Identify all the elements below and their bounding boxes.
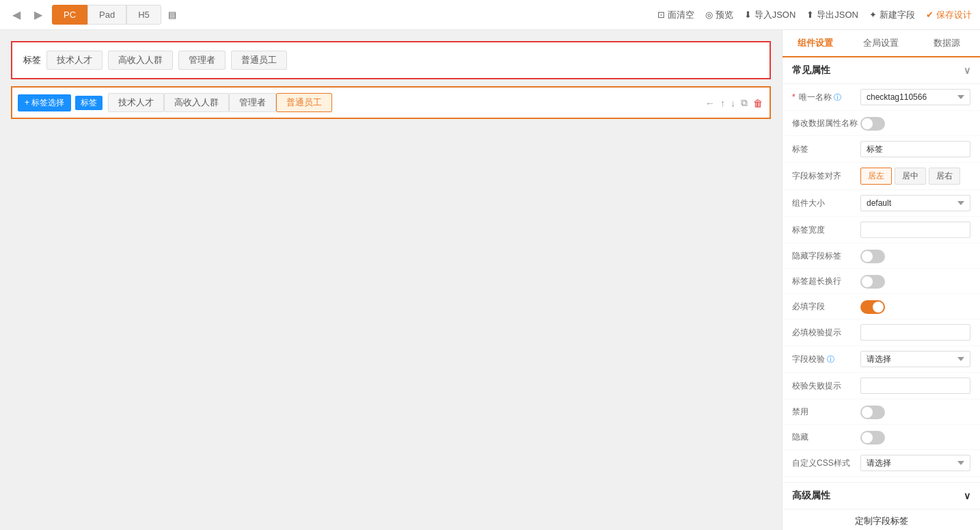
canvas-area: 标签 技术人才 高收入人群 管理者 普通员工 + 标签选择 标签 技术人才 高收… bbox=[0, 30, 782, 530]
custom-css-select[interactable]: 请选择 bbox=[860, 455, 970, 471]
advanced-collapse-icon[interactable]: ∨ bbox=[964, 490, 970, 501]
top-toolbar: ◀ ▶ PC Pad H5 ▤ ⊡ 面清空 ◎ 预览 ⬇ 导入JSON ⬆ 导出… bbox=[0, 0, 980, 30]
toolbar-actions: ⊡ 面清空 ◎ 预览 ⬇ 导入JSON ⬆ 导出JSON ✦ 新建字段 ✔ 保存… bbox=[657, 9, 972, 21]
label-field-label: 标签 bbox=[792, 144, 860, 155]
selected-component: + 标签选择 标签 技术人才 高收入人群 管理者 普通员工 ← ↑ ↓ ⧉ 🗑 bbox=[11, 86, 771, 119]
selected-tag-4[interactable]: 普通员工 bbox=[276, 93, 332, 112]
tab-datasource[interactable]: 数据源 bbox=[914, 30, 980, 56]
move-up-button[interactable]: ↑ bbox=[719, 96, 726, 109]
hidden-label: 隐藏 bbox=[792, 432, 860, 443]
clear-button[interactable]: ⊡ 面清空 bbox=[657, 9, 694, 21]
label-wrap-label: 标签超长换行 bbox=[792, 276, 860, 287]
tab-component-settings[interactable]: 组件设置 bbox=[782, 30, 848, 57]
required-tip-label: 必填校验提示 bbox=[792, 327, 860, 339]
field-validate-select[interactable]: 请选择 bbox=[860, 351, 970, 367]
align-right-button[interactable]: 居右 bbox=[929, 168, 960, 185]
label-wrap-toggle[interactable] bbox=[860, 275, 885, 289]
import-json-button[interactable]: ⬇ 导入JSON bbox=[744, 9, 796, 21]
prop-disabled: 禁用 bbox=[782, 399, 980, 425]
selected-tag-3[interactable]: 管理者 bbox=[229, 93, 276, 112]
tab-global-settings[interactable]: 全局设置 bbox=[848, 30, 914, 56]
unique-name-info-icon[interactable]: ⓘ bbox=[834, 92, 841, 103]
main-layout: 标签 技术人才 高收入人群 管理者 普通员工 + 标签选择 标签 技术人才 高收… bbox=[0, 30, 980, 530]
label-width-label: 标签宽度 bbox=[792, 224, 860, 236]
prop-hidden: 隐藏 bbox=[782, 425, 980, 450]
field-validate-info-icon[interactable]: ⓘ bbox=[827, 354, 834, 365]
modify-attr-toggle[interactable] bbox=[860, 117, 885, 131]
export-json-button[interactable]: ⬆ 导出JSON bbox=[806, 9, 858, 21]
advanced-section-title: 高级属性 bbox=[792, 490, 830, 502]
unique-name-value: checktag110566 bbox=[860, 89, 970, 105]
unique-name-select[interactable]: checktag110566 bbox=[860, 89, 970, 105]
collapse-icon[interactable]: ∨ bbox=[964, 65, 970, 76]
prop-label-align: 字段标签对齐 居左 居中 居右 bbox=[782, 163, 980, 190]
selected-tag-1[interactable]: 技术人才 bbox=[108, 93, 164, 112]
prop-unique-name: * 唯一名称 ⓘ checktag110566 bbox=[782, 84, 980, 111]
align-center-button[interactable]: 居中 bbox=[895, 168, 926, 185]
eye-icon: ◎ bbox=[705, 10, 713, 20]
right-panel-tabs: 组件设置 全局设置 数据源 bbox=[782, 30, 980, 57]
align-left-button[interactable]: 居左 bbox=[860, 168, 892, 185]
required-label: 必填字段 bbox=[792, 301, 860, 313]
hidden-toggle[interactable] bbox=[860, 431, 885, 445]
common-section-title: 常见属性 bbox=[792, 64, 830, 77]
hide-label-label: 隐藏字段标签 bbox=[792, 250, 860, 262]
selected-component-inner: + 标签选择 标签 技术人才 高收入人群 管理者 普通员工 ← ↑ ↓ ⧉ 🗑 bbox=[12, 93, 770, 112]
preview-button[interactable]: ◎ 预览 bbox=[705, 9, 733, 21]
add-tag-button[interactable]: + 标签选择 bbox=[18, 94, 71, 111]
device-tabs: PC Pad H5 bbox=[52, 5, 161, 25]
label-width-input[interactable] bbox=[860, 222, 970, 238]
custom-css-label: 自定义CSS样式 bbox=[792, 458, 860, 469]
preview-tag-1[interactable]: 技术人才 bbox=[46, 51, 103, 70]
right-panel: 组件设置 全局设置 数据源 常见属性 ∨ * 唯一名称 ⓘ checktag11… bbox=[782, 30, 980, 530]
selected-field-label: 标签 bbox=[75, 96, 103, 110]
device-tab-pad[interactable]: Pad bbox=[87, 5, 126, 25]
unique-name-label: * 唯一名称 ⓘ bbox=[792, 92, 860, 103]
component-size-select[interactable]: default bbox=[860, 195, 970, 211]
move-left-button[interactable]: ← bbox=[704, 96, 716, 109]
disabled-label: 禁用 bbox=[792, 406, 860, 418]
export-icon: ⬆ bbox=[806, 10, 814, 20]
import-icon: ⬇ bbox=[744, 10, 752, 20]
label-input[interactable] bbox=[860, 141, 970, 157]
field-validate-label: 字段校验 ⓘ bbox=[792, 354, 860, 365]
prop-component-size: 组件大小 default bbox=[782, 190, 980, 217]
validate-fail-tip-label: 校验失败提示 bbox=[792, 380, 860, 392]
save-button[interactable]: ✔ 保存设计 bbox=[926, 9, 972, 21]
advanced-sub-title: 定制字段标签 bbox=[782, 509, 980, 530]
align-buttons: 居左 居中 居右 bbox=[860, 168, 970, 185]
preview-component: 标签 技术人才 高收入人群 管理者 普通员工 bbox=[11, 41, 771, 79]
prop-required-tip: 必填校验提示 bbox=[782, 319, 980, 346]
common-section-header: 常见属性 ∨ bbox=[782, 57, 980, 84]
required-tip-input[interactable] bbox=[860, 324, 970, 341]
preview-label: 标签 bbox=[23, 54, 41, 66]
device-tab-pc[interactable]: PC bbox=[52, 5, 87, 25]
device-tab-h5[interactable]: H5 bbox=[126, 5, 161, 25]
common-properties-section: 常见属性 ∨ * 唯一名称 ⓘ checktag110566 修改数据属性名称 bbox=[782, 57, 980, 477]
prop-label-wrap: 标签超长换行 bbox=[782, 269, 980, 294]
copy-button[interactable]: ⧉ bbox=[739, 96, 749, 110]
disabled-toggle[interactable] bbox=[860, 406, 885, 419]
prop-label-width: 标签宽度 bbox=[782, 217, 980, 243]
component-actions: ← ↑ ↓ ⧉ 🗑 bbox=[704, 96, 764, 110]
prop-label: 标签 bbox=[782, 136, 980, 163]
prop-custom-css: 自定义CSS样式 请选择 bbox=[782, 450, 980, 477]
preview-tag-2[interactable]: 高收入人群 bbox=[108, 51, 173, 70]
new-field-button[interactable]: ✦ 新建字段 bbox=[869, 9, 915, 21]
preview-tag-3[interactable]: 管理者 bbox=[178, 51, 226, 70]
prop-field-validate: 字段校验 ⓘ 请选择 bbox=[782, 346, 980, 373]
back-button[interactable]: ◀ bbox=[8, 5, 25, 24]
validate-fail-tip-input[interactable] bbox=[860, 377, 970, 394]
label-align-label: 字段标签对齐 bbox=[792, 170, 860, 182]
selected-tag-2[interactable]: 高收入人群 bbox=[164, 93, 229, 112]
required-toggle[interactable] bbox=[860, 300, 885, 314]
hide-label-toggle[interactable] bbox=[860, 250, 885, 263]
component-size-label: 组件大小 bbox=[792, 198, 860, 209]
move-down-button[interactable]: ↓ bbox=[729, 96, 737, 109]
preview-tag-4[interactable]: 普通员工 bbox=[231, 51, 287, 70]
advanced-section-header: 高级属性 ∨ bbox=[782, 482, 980, 509]
forward-button[interactable]: ▶ bbox=[30, 5, 46, 24]
delete-button[interactable]: 🗑 bbox=[752, 96, 764, 109]
save-icon: ✔ bbox=[926, 10, 934, 20]
layout-icon-button[interactable]: ▤ bbox=[167, 7, 178, 23]
